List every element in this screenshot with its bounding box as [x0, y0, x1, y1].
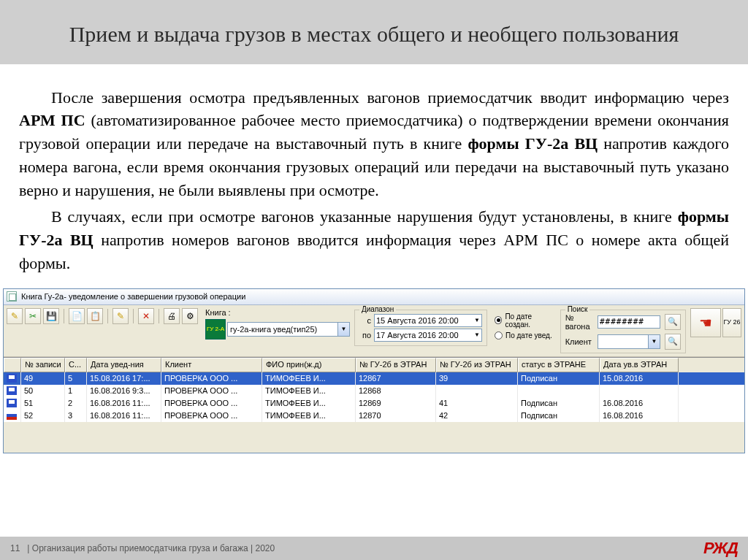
col-icon[interactable] [4, 358, 21, 372]
date-from-value: 15 Августа 2016 20:00 [376, 316, 459, 325]
book-combo[interactable]: гу-2а-книга увед(тип25) ▼ [227, 322, 350, 337]
dropdown-arrow-icon: ▼ [648, 335, 660, 348]
cell-num: 51 [21, 397, 65, 410]
cell-gu-in: 12867 [356, 372, 436, 385]
grid-body: 49515.08.2016 17:...ПРОВЕРКА ООО ...ТИМО… [4, 372, 744, 422]
client-label: Клиент [565, 337, 593, 346]
cell-date2: 16.08.2016 [600, 397, 679, 410]
cell-date2: 16.08.2016 [600, 410, 679, 422]
slide-header: Прием и выдача грузов в местах общего и … [0, 0, 748, 64]
table-row[interactable]: 52316.08.2016 11:...ПРОВЕРКА ООО ...ТИМО… [4, 410, 744, 422]
cell-s: 2 [65, 397, 87, 410]
book-icon [7, 291, 17, 302]
wagon-number-input[interactable]: ######## [598, 315, 660, 329]
separator [107, 309, 108, 323]
iconbar: ✎ ✂ 💾 📄 📋 ✎ ✕ 🖨 ⚙ [7, 308, 198, 324]
flag-icon [7, 411, 17, 420]
cell-s: 1 [65, 385, 87, 397]
slide-body: После завершения осмотра предъявленных в… [0, 64, 748, 285]
toolbar: ✎ ✂ 💾 📄 📋 ✎ ✕ 🖨 ⚙ Книга : ГУ 2-А [4, 305, 744, 357]
client-search-button[interactable]: 🔍 [665, 334, 681, 350]
cell-num: 49 [21, 372, 65, 385]
cell-client: ПРОВЕРКА ООО ... [161, 372, 262, 385]
print-button[interactable]: 🖨 [164, 308, 180, 324]
cell-fio: ТИМОФЕЕВ И... [262, 397, 356, 410]
date-to-input[interactable]: 17 Августа 2016 20:00 ▼ [374, 329, 482, 342]
disk-icon [7, 399, 17, 407]
wagon-label: № вагона [565, 313, 593, 331]
grid-footer-area [4, 422, 744, 453]
cell-gu-out: 42 [436, 410, 518, 422]
paragraph-1: После завершения осмотра предъявленных в… [19, 86, 729, 202]
cell-client: ПРОВЕРКА ООО ... [161, 410, 262, 422]
grid-header: № записи С... Дата увед-ния Клиент ФИО п… [4, 358, 744, 372]
cell-gu-in: 12869 [356, 397, 436, 410]
col-gu-out[interactable]: № ГУ-2б из ЭТРАН [436, 358, 518, 372]
cell-num: 52 [21, 410, 65, 422]
cell-date2 [600, 385, 679, 397]
wagon-search-button[interactable]: 🔍 [665, 314, 681, 330]
cell-fio: ТИМОФЕЕВ И... [262, 410, 356, 422]
footer-text: | Организация работы приемосдатчика груз… [27, 543, 275, 553]
col-date2[interactable]: Дата ув.в ЭТРАН [600, 358, 679, 372]
radio-icon [495, 316, 502, 324]
text: напротив номеров вагонов вводится информ… [19, 231, 729, 272]
window-titlebar[interactable]: Книга Гу-2а- уведомление о завершении гр… [4, 289, 744, 305]
cell-gu-out: 39 [436, 372, 518, 385]
save-button[interactable]: 💾 [43, 308, 59, 324]
disk-icon [7, 374, 17, 383]
edit-button[interactable]: ✎ [112, 308, 129, 324]
cell-date2: 15.08.2016 [600, 372, 679, 385]
text: В случаях, если при осмотре вагонов указ… [51, 207, 678, 226]
cell-gu-in: 12868 [356, 385, 436, 397]
book-selector-block: Книга : ГУ 2-А гу-2а-книга увед(тип25) ▼ [205, 308, 350, 340]
scissors-button[interactable]: ✂ [25, 308, 41, 324]
list-button[interactable]: 📋 [87, 308, 103, 324]
separator [64, 309, 64, 323]
col-client[interactable]: Клиент [161, 358, 262, 372]
table-row[interactable]: 50116.08.2016 9:3...ПРОВЕРКА ООО ...ТИМО… [4, 385, 744, 397]
hand-action-button[interactable]: ☚ [690, 308, 721, 337]
cell-gu-in: 12870 [356, 410, 436, 422]
radio-block: По дате создан. По дате увед. [495, 312, 556, 340]
refresh-button[interactable]: ✎ [7, 308, 23, 324]
bold-text: АРМ ПС [19, 111, 85, 129]
col-status[interactable]: статус в ЭТРАНЕ [518, 358, 600, 372]
col-fio[interactable]: ФИО прин(ж.д) [262, 358, 356, 372]
book-label: Книга : [205, 308, 350, 317]
table-row[interactable]: 51216.08.2016 11:...ПРОВЕРКА ООО ...ТИМО… [4, 397, 744, 410]
cell-s: 5 [65, 372, 87, 385]
cell-client: ПРОВЕРКА ООО ... [161, 397, 262, 410]
radio-label: По дате увед. [505, 331, 552, 340]
text: После завершения осмотра предъявленных в… [51, 88, 729, 107]
radio-by-notify-date[interactable]: По дате увед. [495, 331, 556, 340]
date-from-input[interactable]: 15 Августа 2016 20:00 ▼ [374, 314, 482, 327]
table-row[interactable]: 49515.08.2016 17:...ПРОВЕРКА ООО ...ТИМО… [4, 372, 744, 385]
separator [133, 309, 134, 323]
client-combo[interactable]: ▼ [598, 334, 660, 349]
cell-s: 3 [65, 410, 87, 422]
book-type-icon: ГУ 2-А [205, 319, 226, 340]
search-block: Поиск № вагона ######## 🔍 Клиент ▼ 🔍 [560, 310, 686, 353]
col-notify-date[interactable]: Дата увед-ния [87, 358, 161, 372]
radio-by-create-date[interactable]: По дате создан. [495, 312, 556, 329]
separator [159, 309, 159, 323]
radio-icon [495, 331, 503, 340]
search-legend: Поиск [565, 305, 590, 313]
cell-status: Подписан [518, 410, 600, 422]
settings-button[interactable]: ⚙ [182, 308, 198, 324]
cell-gu-out [436, 385, 518, 397]
cell-num: 50 [21, 385, 65, 397]
delete-button[interactable]: ✕ [138, 308, 154, 324]
col-record-num[interactable]: № записи [21, 358, 65, 372]
paragraph-2: В случаях, если при осмотре вагонов указ… [19, 205, 729, 275]
add-button[interactable]: 📄 [69, 308, 85, 324]
date-range-block: Диапазон с 15 Августа 2016 20:00 ▼ по 17… [354, 310, 487, 346]
to-label: по [359, 331, 371, 340]
cell-date: 15.08.2016 17:... [87, 372, 161, 385]
col-s[interactable]: С... [65, 358, 87, 372]
gu26-button[interactable]: ГУ 26 [722, 308, 741, 337]
slide-title: Прием и выдача грузов в местах общего и … [29, 20, 719, 48]
bold-text: формы ГУ-2а ВЦ [468, 134, 598, 153]
col-gu-in[interactable]: № ГУ-2б в ЭТРАН [356, 358, 436, 372]
